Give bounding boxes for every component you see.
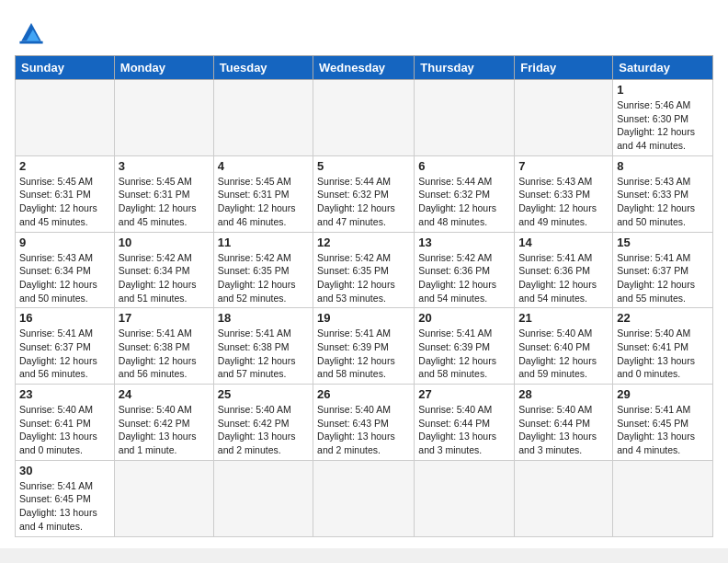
logo — [15, 15, 51, 48]
day-info: Sunrise: 5:40 AM Sunset: 6:40 PM Dayligh… — [518, 327, 609, 381]
day-number: 18 — [218, 311, 309, 325]
day-number: 1 — [617, 83, 709, 97]
calendar-week-4: 16Sunrise: 5:41 AM Sunset: 6:37 PM Dayli… — [16, 308, 713, 385]
weekday-header-friday: Friday — [515, 56, 613, 80]
calendar-cell: 5Sunrise: 5:44 AM Sunset: 6:32 PM Daylig… — [313, 155, 415, 232]
calendar-cell: 14Sunrise: 5:41 AM Sunset: 6:36 PM Dayli… — [515, 232, 613, 308]
calendar-cell: 24Sunrise: 5:40 AM Sunset: 6:42 PM Dayli… — [114, 385, 213, 461]
calendar-cell: 8Sunrise: 5:43 AM Sunset: 6:33 PM Daylig… — [613, 155, 713, 232]
calendar-cell: 27Sunrise: 5:40 AM Sunset: 6:44 PM Dayli… — [415, 385, 515, 461]
day-info: Sunrise: 5:46 AM Sunset: 6:30 PM Dayligh… — [617, 98, 709, 153]
calendar-cell: 4Sunrise: 5:45 AM Sunset: 6:31 PM Daylig… — [213, 155, 313, 232]
day-number: 21 — [518, 311, 609, 325]
calendar-cell: 22Sunrise: 5:40 AM Sunset: 6:41 PM Dayli… — [613, 308, 713, 385]
day-info: Sunrise: 5:40 AM Sunset: 6:42 PM Dayligh… — [119, 403, 210, 457]
day-number: 4 — [218, 159, 309, 173]
calendar-cell — [415, 460, 515, 536]
calendar-cell: 26Sunrise: 5:40 AM Sunset: 6:43 PM Dayli… — [313, 385, 415, 461]
calendar-table: SundayMondayTuesdayWednesdayThursdayFrid… — [15, 55, 713, 537]
calendar-cell — [313, 80, 415, 156]
day-info: Sunrise: 5:42 AM Sunset: 6:35 PM Dayligh… — [218, 251, 309, 305]
day-info: Sunrise: 5:44 AM Sunset: 6:32 PM Dayligh… — [317, 175, 410, 229]
calendar-cell: 3Sunrise: 5:45 AM Sunset: 6:31 PM Daylig… — [114, 155, 213, 232]
day-info: Sunrise: 5:45 AM Sunset: 6:31 PM Dayligh… — [119, 175, 210, 229]
header — [15, 15, 713, 48]
calendar-cell: 2Sunrise: 5:45 AM Sunset: 6:31 PM Daylig… — [16, 155, 115, 232]
calendar-cell — [313, 460, 415, 536]
day-number: 23 — [19, 387, 110, 401]
weekday-header-wednesday: Wednesday — [313, 56, 415, 80]
calendar-cell: 25Sunrise: 5:40 AM Sunset: 6:42 PM Dayli… — [213, 385, 313, 461]
weekday-header-monday: Monday — [114, 56, 213, 80]
day-number: 12 — [317, 236, 410, 249]
day-info: Sunrise: 5:41 AM Sunset: 6:38 PM Dayligh… — [218, 327, 309, 381]
weekday-header-row: SundayMondayTuesdayWednesdayThursdayFrid… — [16, 56, 713, 80]
calendar-cell — [213, 80, 313, 156]
calendar-cell: 7Sunrise: 5:43 AM Sunset: 6:33 PM Daylig… — [515, 155, 613, 232]
day-info: Sunrise: 5:40 AM Sunset: 6:42 PM Dayligh… — [218, 403, 309, 457]
calendar-cell: 1Sunrise: 5:46 AM Sunset: 6:30 PM Daylig… — [613, 80, 713, 156]
day-info: Sunrise: 5:40 AM Sunset: 6:43 PM Dayligh… — [317, 403, 410, 457]
calendar-cell: 9Sunrise: 5:43 AM Sunset: 6:34 PM Daylig… — [16, 232, 115, 308]
calendar-week-1: 1Sunrise: 5:46 AM Sunset: 6:30 PM Daylig… — [16, 80, 713, 156]
calendar-cell: 10Sunrise: 5:42 AM Sunset: 6:34 PM Dayli… — [114, 232, 213, 308]
day-number: 8 — [617, 159, 709, 173]
day-info: Sunrise: 5:40 AM Sunset: 6:44 PM Dayligh… — [418, 403, 510, 457]
calendar-cell — [114, 460, 213, 536]
day-info: Sunrise: 5:45 AM Sunset: 6:31 PM Dayligh… — [19, 175, 110, 229]
logo-icon — [15, 15, 48, 48]
day-info: Sunrise: 5:41 AM Sunset: 6:45 PM Dayligh… — [19, 479, 110, 534]
day-number: 13 — [418, 236, 510, 249]
calendar-cell: 13Sunrise: 5:42 AM Sunset: 6:36 PM Dayli… — [415, 232, 515, 308]
day-number: 15 — [617, 236, 709, 249]
day-info: Sunrise: 5:41 AM Sunset: 6:39 PM Dayligh… — [418, 327, 510, 381]
calendar-cell — [114, 80, 213, 156]
day-number: 17 — [119, 311, 210, 325]
day-info: Sunrise: 5:41 AM Sunset: 6:38 PM Dayligh… — [119, 327, 210, 381]
day-number: 22 — [617, 311, 709, 325]
calendar-cell — [613, 460, 713, 536]
day-info: Sunrise: 5:41 AM Sunset: 6:36 PM Dayligh… — [518, 251, 609, 305]
day-number: 11 — [218, 236, 309, 249]
day-number: 19 — [317, 311, 410, 325]
calendar-cell: 21Sunrise: 5:40 AM Sunset: 6:40 PM Dayli… — [515, 308, 613, 385]
day-number: 3 — [119, 159, 210, 173]
weekday-header-sunday: Sunday — [16, 56, 115, 80]
day-info: Sunrise: 5:41 AM Sunset: 6:37 PM Dayligh… — [617, 251, 709, 305]
day-number: 26 — [317, 387, 410, 401]
day-number: 24 — [119, 387, 210, 401]
weekday-header-thursday: Thursday — [415, 56, 515, 80]
calendar-cell — [515, 80, 613, 156]
day-info: Sunrise: 5:40 AM Sunset: 6:41 PM Dayligh… — [19, 403, 110, 457]
calendar-cell: 6Sunrise: 5:44 AM Sunset: 6:32 PM Daylig… — [415, 155, 515, 232]
calendar-cell: 20Sunrise: 5:41 AM Sunset: 6:39 PM Dayli… — [415, 308, 515, 385]
day-info: Sunrise: 5:40 AM Sunset: 6:44 PM Dayligh… — [518, 403, 609, 457]
day-number: 5 — [317, 159, 410, 173]
calendar-week-6: 30Sunrise: 5:41 AM Sunset: 6:45 PM Dayli… — [16, 460, 713, 536]
calendar-week-2: 2Sunrise: 5:45 AM Sunset: 6:31 PM Daylig… — [16, 155, 713, 232]
day-info: Sunrise: 5:41 AM Sunset: 6:37 PM Dayligh… — [19, 327, 110, 381]
day-info: Sunrise: 5:41 AM Sunset: 6:39 PM Dayligh… — [317, 327, 410, 381]
day-info: Sunrise: 5:41 AM Sunset: 6:45 PM Dayligh… — [617, 403, 709, 457]
calendar-cell: 15Sunrise: 5:41 AM Sunset: 6:37 PM Dayli… — [613, 232, 713, 308]
day-info: Sunrise: 5:40 AM Sunset: 6:41 PM Dayligh… — [617, 327, 709, 381]
day-number: 9 — [19, 236, 110, 249]
day-info: Sunrise: 5:44 AM Sunset: 6:32 PM Dayligh… — [418, 175, 510, 229]
svg-rect-2 — [19, 41, 42, 44]
day-number: 7 — [518, 159, 609, 173]
calendar-cell — [515, 460, 613, 536]
day-info: Sunrise: 5:43 AM Sunset: 6:33 PM Dayligh… — [617, 175, 709, 229]
weekday-header-saturday: Saturday — [613, 56, 713, 80]
calendar-cell: 28Sunrise: 5:40 AM Sunset: 6:44 PM Dayli… — [515, 385, 613, 461]
day-number: 30 — [19, 464, 110, 477]
calendar-cell: 18Sunrise: 5:41 AM Sunset: 6:38 PM Dayli… — [213, 308, 313, 385]
calendar-week-3: 9Sunrise: 5:43 AM Sunset: 6:34 PM Daylig… — [16, 232, 713, 308]
day-number: 2 — [19, 159, 110, 173]
day-info: Sunrise: 5:43 AM Sunset: 6:34 PM Dayligh… — [19, 251, 110, 305]
calendar-cell: 29Sunrise: 5:41 AM Sunset: 6:45 PM Dayli… — [613, 385, 713, 461]
day-number: 27 — [418, 387, 510, 401]
day-number: 16 — [19, 311, 110, 325]
calendar-cell: 17Sunrise: 5:41 AM Sunset: 6:38 PM Dayli… — [114, 308, 213, 385]
page: SundayMondayTuesdayWednesdayThursdayFrid… — [0, 0, 728, 548]
day-number: 28 — [518, 387, 609, 401]
